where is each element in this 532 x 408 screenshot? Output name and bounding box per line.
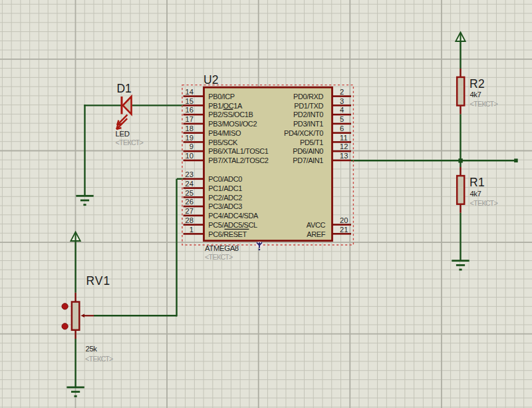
svg-text:R1: R1 [469,176,485,189]
svg-text:23: 23 [186,170,194,178]
svg-text:2: 2 [340,88,344,96]
svg-text:PB4/MISO: PB4/MISO [208,129,241,137]
svg-text:LED: LED [116,130,130,138]
svg-text:24: 24 [186,180,194,188]
svg-text:13: 13 [340,152,348,160]
svg-text:17: 17 [186,115,194,123]
svg-text:RV1: RV1 [86,274,111,288]
svg-text:<ТЕКСТ>: <ТЕКСТ> [116,138,144,146]
svg-text:PC0/ADC0: PC0/ADC0 [208,175,242,183]
svg-text:<ТЕКСТ>: <ТЕКСТ> [85,355,113,363]
svg-text:PB7/XTAL2/TOSC2: PB7/XTAL2/TOSC2 [208,156,268,164]
svg-text:PB5/SCK: PB5/SCK [208,138,238,146]
svg-text:ATMEGA8: ATMEGA8 [205,244,239,252]
svg-text:18: 18 [186,124,194,132]
svg-text:AREF: AREF [307,230,325,238]
svg-text:19: 19 [186,134,194,142]
svg-text:9: 9 [190,142,194,150]
svg-text:PC6/RESET: PC6/RESET [208,230,247,238]
svg-text:4k7: 4k7 [469,190,481,198]
svg-text:3: 3 [340,97,344,105]
svg-text:PC4/ADC4/SDA: PC4/ADC4/SDA [208,212,259,220]
svg-text:PD0/RXD: PD0/RXD [293,93,323,101]
svg-text:PB0/ICP: PB0/ICP [208,93,234,101]
svg-text:27: 27 [186,207,194,215]
svg-text:20: 20 [340,216,348,224]
svg-text:PD4/XCK/T0: PD4/XCK/T0 [284,129,323,137]
svg-text:PD6/AIN0: PD6/AIN0 [293,147,323,155]
svg-text:21: 21 [340,226,348,234]
svg-text:PD1/TXD: PD1/TXD [294,102,323,110]
svg-text:PB3/MOSI/OC2: PB3/MOSI/OC2 [208,120,257,128]
svg-text:<ТЕКСТ>: <ТЕКСТ> [205,253,233,261]
svg-text:5: 5 [340,115,344,123]
svg-text:PC2/ADC2: PC2/ADC2 [208,194,242,202]
svg-text:4: 4 [340,106,344,114]
svg-text:<ТЕКСТ>: <ТЕКСТ> [469,199,497,207]
svg-text:PB6/XTAL1/TOSC1: PB6/XTAL1/TOSC1 [208,147,268,155]
svg-text:28: 28 [186,216,194,224]
svg-text:15: 15 [186,97,194,105]
svg-text:PB1/OC1A: PB1/OC1A [208,102,243,110]
svg-text:PB2/SS/OC1B: PB2/SS/OC1B [208,110,253,118]
svg-text:PD3/INT1: PD3/INT1 [293,120,323,128]
svg-text:26: 26 [186,198,194,206]
svg-text:12: 12 [340,142,348,150]
svg-text:AVCC: AVCC [307,221,326,229]
svg-text:PC5/ADC5/SCL: PC5/ADC5/SCL [208,221,257,229]
svg-text:11: 11 [340,134,348,142]
svg-text:R2: R2 [469,77,485,91]
svg-text:25: 25 [186,189,194,197]
svg-text:1: 1 [190,226,194,234]
svg-text:PD7/AIN1: PD7/AIN1 [293,156,323,164]
svg-text:PC3/ADC3: PC3/ADC3 [208,202,242,210]
svg-text:4k7: 4k7 [469,91,481,99]
svg-text:14: 14 [186,88,194,96]
svg-text:10: 10 [186,152,194,160]
svg-text:16: 16 [186,106,194,114]
svg-text:PD2/INT0: PD2/INT0 [293,110,323,118]
svg-text:<ТЕКСТ>: <ТЕКСТ> [469,100,497,108]
svg-text:PD5/T1: PD5/T1 [300,138,323,146]
svg-text:6: 6 [340,124,344,132]
svg-text:PC1/ADC1: PC1/ADC1 [208,184,242,192]
svg-text:25k: 25k [86,345,98,353]
svg-text:D1: D1 [116,82,131,95]
svg-text:U2: U2 [203,73,218,87]
